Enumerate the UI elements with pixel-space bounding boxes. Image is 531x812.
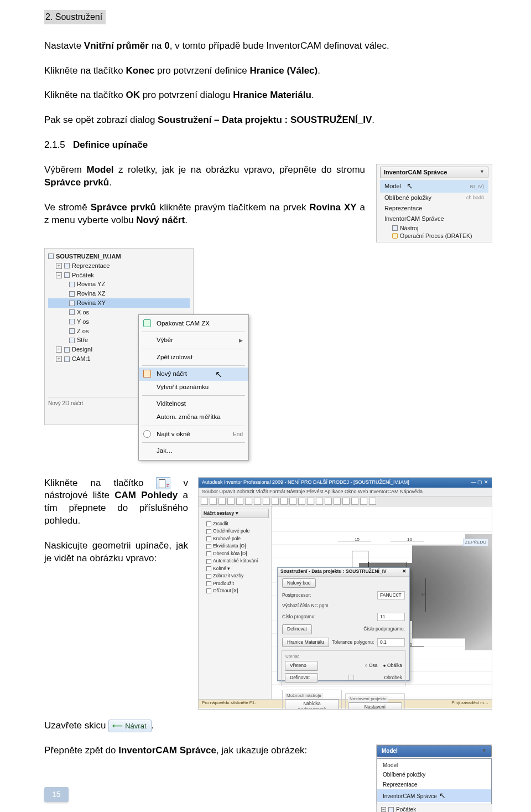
tb-icon[interactable] — [342, 498, 350, 505]
panel-item[interactable]: Zrcadlit — [201, 520, 269, 527]
tree-row[interactable]: −Počátek — [381, 805, 487, 812]
paragraph-6: Ve stromě Správce prvků klikněte pravým … — [44, 201, 365, 227]
menu-item[interactable]: Reprezentace — [377, 780, 491, 790]
tb-icon[interactable] — [245, 498, 252, 505]
menu-item-selected[interactable]: InventorCAM Správce↖ — [377, 789, 491, 802]
toolbar[interactable] — [199, 496, 492, 506]
tb-icon[interactable] — [236, 498, 243, 505]
dimension: 10 — [407, 537, 412, 543]
paragraph-3: Klikněte na tlačítko OK pro potvrzení di… — [44, 89, 492, 102]
btn-tooloptions[interactable]: Nabídka podprogramů — [285, 699, 339, 710]
ctx-item[interactable]: Výběr▶ — [139, 334, 248, 347]
page-number: 15 — [44, 787, 69, 802]
tb-icon[interactable] — [334, 498, 341, 505]
ctx-item[interactable]: Opakovat CAM ZX — [139, 317, 248, 330]
panel-item[interactable]: Automatické kótování — [201, 557, 269, 565]
tb-icon[interactable] — [272, 498, 279, 505]
ctx-item[interactable]: Jak… — [139, 444, 248, 458]
dialog-title: Soustružení - Data projektu : SOUSTRUŽEN… — [278, 568, 409, 577]
ctx-item[interactable]: Viditelnost — [139, 397, 248, 411]
ctx-item[interactable]: Vytvořit poznámku — [139, 381, 248, 394]
tb-icon[interactable] — [289, 498, 296, 505]
folder-icon — [64, 272, 70, 278]
btn-definovat2[interactable]: Definovat — [285, 673, 318, 682]
view-label[interactable]: ZEPŘEDU — [463, 539, 488, 547]
point-icon — [69, 338, 75, 343]
menubar[interactable]: Soubor Upravit Zobrazit Vložit Formát Ná… — [199, 488, 492, 496]
figure-inventor-window: Autodesk Inventor Professional 2009 - NE… — [198, 477, 492, 710]
window-controls[interactable]: — ▢ ✕ — [471, 479, 488, 487]
radio-group[interactable]: OsaObálka — [365, 663, 402, 669]
close-icon[interactable]: ✕ — [402, 568, 407, 576]
tree-row[interactable]: −Počátek — [48, 271, 190, 280]
ctx-item[interactable]: Zpět izolovat — [139, 351, 248, 364]
group-tool: Možnosti nástrojeNabídka podprogramů — [282, 690, 342, 709]
tree-row[interactable]: +Reprezentace — [48, 261, 190, 271]
tb-icon[interactable] — [316, 498, 323, 505]
cam-view-button-icon[interactable] — [156, 477, 170, 489]
ctx-item[interactable]: Autom. změna měřítka — [139, 411, 248, 424]
program-num-input[interactable]: 11 — [377, 613, 405, 621]
menu-item[interactable]: Oblíbené položky — [377, 770, 491, 780]
dropdown-menu: Model Oblíbené položky Reprezentace Inve… — [377, 758, 492, 804]
panel-title[interactable]: Náčrt sestavy ▾ — [201, 509, 269, 518]
ctx-item-selected[interactable]: Nový náčrt↖ — [139, 368, 248, 381]
btn-definovat[interactable]: Definovat — [282, 624, 312, 634]
btn-settings[interactable]: Nastavení — [348, 702, 402, 710]
figure-spravce-dropdown: InventorCAM Správce▼ Model↖NI_IV) Oblíbe… — [376, 164, 492, 242]
tree-row[interactable]: Rovina YZ — [48, 280, 190, 289]
tree-sub: Operační Proces (DRATEK) — [380, 232, 488, 240]
panel-item[interactable]: Obecná kóta [D] — [201, 550, 269, 557]
tb-icon[interactable] — [210, 498, 217, 505]
menu-item[interactable]: InventorCAM Správce — [380, 214, 488, 224]
tree-row-selected[interactable]: Rovina XY — [48, 298, 190, 308]
tolerance-input[interactable]: 0.1 — [377, 638, 405, 647]
folder-icon — [388, 807, 394, 812]
tb-icon[interactable] — [351, 498, 358, 505]
window-titlebar: Autodesk Inventor Professional 2009 - NE… — [199, 478, 492, 488]
panel-item[interactable]: Prodloužit — [201, 580, 269, 587]
menu-item[interactable]: Model — [377, 761, 491, 770]
tb-icon[interactable] — [325, 498, 332, 505]
ctx-item[interactable]: Najít v okněEnd — [139, 428, 248, 441]
panel-item[interactable]: Kruhové pole — [201, 535, 269, 542]
tree-sub: Nástroj — [380, 224, 488, 232]
menu-item-model[interactable]: Model↖NI_IV) — [380, 180, 488, 193]
tree-root[interactable]: SOUSTRUZENI_IV.IAM — [48, 252, 190, 261]
dropdown-title[interactable]: InventorCAM Správce▼ — [380, 167, 488, 178]
paragraph-1: Nastavte Vnitřní průměr na 0, v tomto př… — [44, 40, 492, 53]
checkbox[interactable] — [348, 675, 354, 680]
tb-icon[interactable] — [298, 498, 305, 505]
postprocessor-select[interactable]: FANUC0T — [377, 591, 405, 599]
tb-icon[interactable] — [307, 498, 314, 505]
dimension: 10 — [421, 592, 426, 598]
tb-icon[interactable] — [254, 498, 261, 505]
btn-hranice[interactable]: Hranice Materiálu — [282, 638, 329, 647]
paragraph-4: Pak se opět zobrazí dialog Soustružení –… — [44, 114, 492, 127]
sketch-icon — [143, 370, 151, 377]
panel-item[interactable]: Obdélníkové pole — [201, 527, 269, 535]
panel-item[interactable]: Kolmé ▾ — [201, 565, 269, 572]
tree-row[interactable]: Rovina XZ — [48, 289, 190, 298]
menu-item[interactable]: Oblíbené položkych bodů — [380, 193, 488, 203]
menu-item[interactable]: Reprezentace — [380, 203, 488, 214]
tb-icon[interactable] — [280, 498, 288, 505]
dropdown-button[interactable]: Model▼ — [377, 745, 492, 757]
navrat-button[interactable]: ⟵Návrat — [108, 720, 151, 733]
axis-icon — [69, 319, 75, 324]
panel-item[interactable]: Ekvidistanta [O] — [201, 542, 269, 550]
tb-icon[interactable] — [369, 498, 376, 505]
panel-item[interactable]: Oříznout [X] — [201, 587, 269, 594]
tb-icon[interactable] — [218, 498, 226, 505]
context-menu: Opakovat CAM ZX Výběr▶ Zpět izolovat Nov… — [138, 314, 249, 461]
cam-icon — [64, 356, 70, 362]
btn-vreteno[interactable]: Vřeteno — [285, 661, 318, 670]
drawing-canvas[interactable]: ZEPŘEDU 15 10 10 10 Soustružení - Data p… — [272, 506, 492, 699]
tb-icon[interactable] — [201, 498, 208, 505]
tb-icon[interactable] — [263, 498, 270, 505]
btn-nulovy[interactable]: Nulový bod — [282, 578, 316, 588]
paragraph-5: Výběrem Model z roletky, jak je na obráz… — [44, 164, 365, 189]
tb-icon[interactable] — [360, 498, 367, 505]
tb-icon[interactable] — [227, 498, 235, 505]
panel-item[interactable]: Zobrazit vazby — [201, 572, 269, 580]
